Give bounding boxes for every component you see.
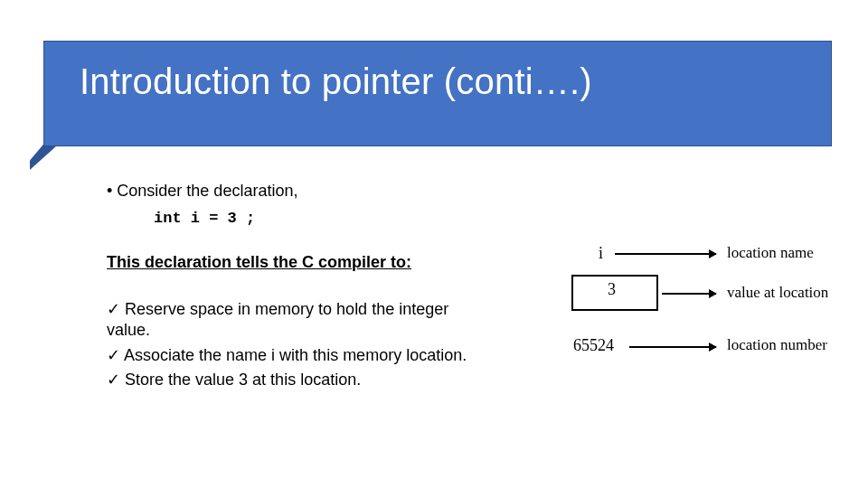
banner-ribbon-notch (30, 143, 57, 170)
diagram-value: 3 (608, 280, 616, 299)
check-item-2: Associate the name i with this memory lo… (107, 345, 495, 366)
check-item-3: Store the value 3 at this location. (107, 370, 495, 390)
arrow-address (629, 346, 716, 348)
diagram-label-name: location name (727, 244, 814, 262)
check-item-1: Reserve space in memory to hold the inte… (107, 299, 495, 342)
diagram-address: 65524 (573, 336, 614, 355)
subheading: This declaration tells the C compiler to… (107, 252, 495, 273)
arrow-value (662, 293, 716, 295)
arrow-name (615, 253, 716, 255)
body-content: Consider the declaration, int i = 3 ; Th… (107, 181, 495, 394)
memory-diagram: i 3 65524 location name value at locatio… (535, 242, 834, 387)
diagram-label-address: location number (727, 336, 827, 354)
slide: Introduction to pointer (conti….) Consid… (0, 0, 868, 488)
bullet-consider: Consider the declaration, (107, 181, 495, 202)
slide-title: Introduction to pointer (conti….) (80, 61, 592, 102)
diagram-var-name: i (599, 244, 603, 263)
code-declaration: int i = 3 ; (154, 209, 495, 229)
diagram-label-value: value at location (727, 284, 828, 302)
